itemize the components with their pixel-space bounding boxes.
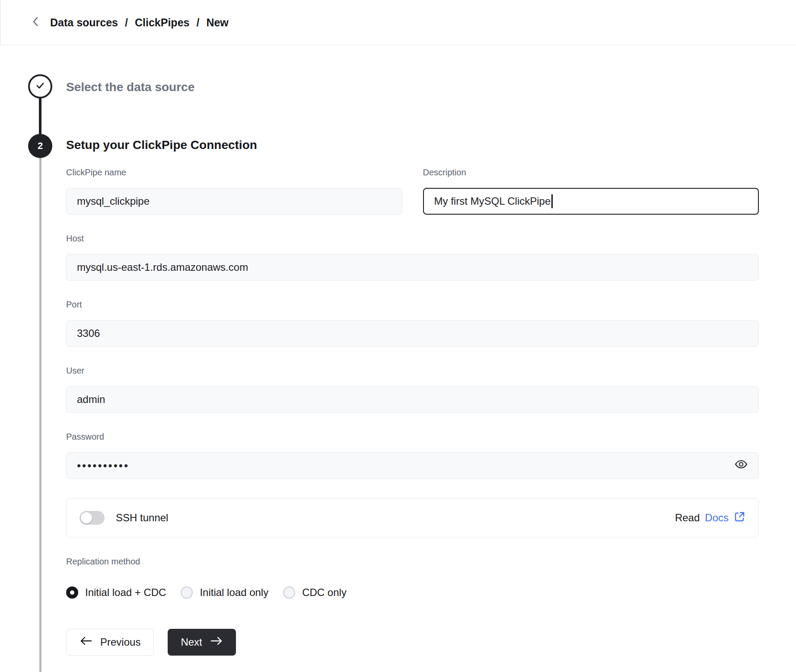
next-button[interactable]: Next: [168, 629, 236, 656]
show-password-button[interactable]: [734, 457, 748, 474]
port-field: Port 3306: [66, 300, 759, 347]
external-link-icon[interactable]: [734, 511, 745, 525]
eye-icon: [734, 457, 748, 474]
radio-label: Initial load only: [200, 586, 268, 599]
replication-method-label: Replication method: [66, 557, 759, 567]
ssh-tunnel-label: SSH tunnel: [116, 512, 168, 524]
check-icon: [35, 80, 45, 92]
wizard-actions: Previous Next: [66, 629, 759, 656]
user-input[interactable]: admin: [66, 386, 759, 413]
stepper-connector-pending: [39, 147, 41, 672]
password-masked-value: ••••••••••: [77, 460, 129, 471]
previous-button[interactable]: Previous: [66, 629, 154, 656]
radio-initial-load-cdc[interactable]: Initial load + CDC: [66, 586, 166, 599]
clickpipe-name-field: ClickPipe name mysql_clickpipe: [66, 168, 402, 215]
radio-unselected-icon[interactable]: [181, 586, 193, 599]
ssh-tunnel-toggle[interactable]: [80, 511, 105, 525]
host-input[interactable]: mysql.us-east-1.rds.amazonaws.com: [66, 254, 759, 281]
text-cursor: [551, 194, 553, 208]
breadcrumb-data-sources[interactable]: Data sources: [50, 16, 118, 29]
breadcrumb-separator: /: [196, 16, 199, 29]
description-label: Description: [423, 168, 759, 178]
previous-button-label: Previous: [100, 636, 140, 648]
arrow-right-icon: [210, 636, 223, 648]
step2-number: 2: [38, 140, 43, 152]
user-field: User admin: [66, 366, 759, 413]
step1-completed-circle[interactable]: [28, 74, 52, 98]
chevron-left-icon: [32, 16, 39, 29]
description-value: My first MySQL ClickPipe: [434, 195, 551, 207]
step2-title: Setup your ClickPipe Connection: [66, 138, 257, 152]
back-button[interactable]: [27, 14, 44, 31]
step2-number-badge: 2: [28, 134, 52, 158]
connection-form: ClickPipe name mysql_clickpipe Descripti…: [66, 168, 759, 656]
password-field: Password ••••••••••: [66, 432, 759, 479]
host-field: Host mysql.us-east-1.rds.amazonaws.com: [66, 234, 759, 281]
description-input[interactable]: My first MySQL ClickPipe: [423, 188, 759, 215]
clickpipe-name-label: ClickPipe name: [66, 168, 402, 178]
host-label: Host: [66, 234, 759, 244]
breadcrumb-separator: /: [125, 16, 128, 29]
left-edge-divider: [0, 0, 0, 45]
read-text: Read: [675, 512, 700, 524]
description-field: Description My first MySQL ClickPipe: [423, 168, 759, 215]
step1-title: Select the data source: [66, 80, 194, 94]
clickpipe-setup-page: Data sources / ClickPipes / New 2 Select…: [0, 0, 796, 672]
radio-label: CDC only: [302, 586, 347, 599]
radio-unselected-icon[interactable]: [283, 586, 295, 599]
toggle-knob: [81, 512, 92, 523]
radio-label: Initial load + CDC: [85, 586, 166, 599]
arrow-left-icon: [80, 636, 92, 648]
next-button-label: Next: [181, 636, 202, 648]
password-input[interactable]: ••••••••••: [66, 452, 759, 479]
port-input[interactable]: 3306: [66, 320, 759, 347]
radio-initial-load-only[interactable]: Initial load only: [181, 586, 268, 599]
port-label: Port: [66, 300, 759, 310]
breadcrumb-new: New: [206, 16, 228, 29]
clickpipe-name-input[interactable]: mysql_clickpipe: [66, 188, 402, 215]
password-label: Password: [66, 432, 759, 442]
breadcrumb-clickpipes[interactable]: ClickPipes: [135, 16, 189, 29]
radio-selected-icon[interactable]: [66, 586, 78, 599]
radio-cdc-only[interactable]: CDC only: [283, 586, 347, 599]
replication-options: Initial load + CDC Initial load only CDC…: [66, 586, 759, 599]
docs-link[interactable]: Docs: [705, 512, 729, 524]
ssh-tunnel-panel: SSH tunnel Read Docs: [66, 498, 759, 538]
user-label: User: [66, 366, 759, 376]
breadcrumb: Data sources / ClickPipes / New: [50, 16, 229, 29]
breadcrumb-bar: Data sources / ClickPipes / New: [0, 0, 796, 45]
